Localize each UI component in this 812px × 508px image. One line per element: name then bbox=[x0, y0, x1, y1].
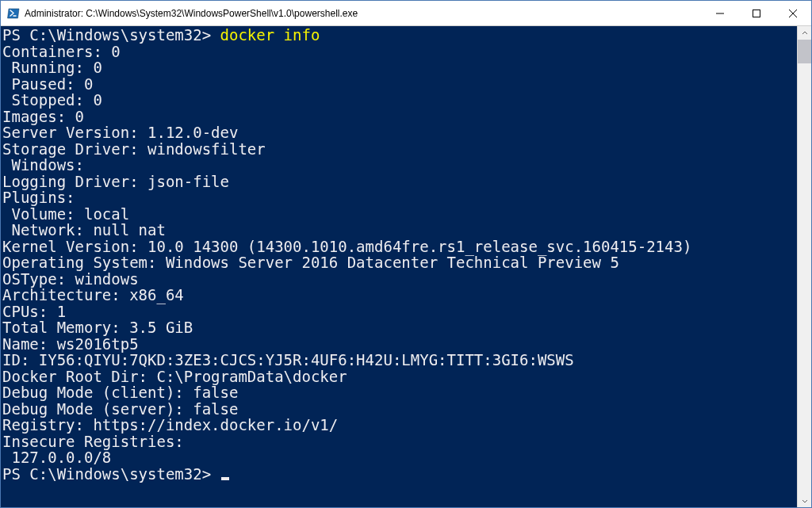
output-line: Name: ws2016tp5 bbox=[2, 335, 139, 353]
scrollbar-track[interactable] bbox=[798, 40, 811, 494]
scroll-down-button[interactable] bbox=[798, 494, 811, 507]
scrollbar[interactable] bbox=[797, 26, 811, 507]
terminal-area: PS C:\Windows\system32> docker info Cont… bbox=[1, 26, 811, 507]
window-title: Administrator: C:\Windows\System32\Windo… bbox=[25, 8, 702, 19]
cursor bbox=[221, 477, 229, 480]
output-line: Architecture: x86_64 bbox=[2, 286, 184, 304]
output-line: 127.0.0.0/8 bbox=[2, 449, 111, 466]
window-controls bbox=[702, 1, 811, 25]
output-line: Stopped: 0 bbox=[2, 91, 102, 109]
output-line: Paused: 0 bbox=[2, 75, 93, 93]
powershell-icon bbox=[7, 7, 20, 20]
maximize-icon bbox=[753, 10, 760, 17]
chevron-up-icon bbox=[802, 30, 808, 36]
output-line: Kernel Version: 10.0 14300 (14300.1010.a… bbox=[2, 238, 691, 255]
output-line: Logging Driver: json-file bbox=[2, 173, 229, 190]
svg-rect-1 bbox=[753, 10, 760, 17]
scrollbar-thumb[interactable] bbox=[798, 40, 811, 63]
output-line: OSType: windows bbox=[2, 270, 139, 288]
output-line: Running: 0 bbox=[2, 59, 102, 76]
chevron-down-icon bbox=[802, 498, 808, 504]
output-line: Server Version: 1.12.0-dev bbox=[2, 124, 238, 141]
output-line: Plugins: bbox=[2, 189, 75, 206]
output-line: CPUs: 1 bbox=[2, 303, 66, 320]
minimize-button[interactable] bbox=[702, 1, 738, 25]
close-icon bbox=[789, 10, 797, 17]
terminal[interactable]: PS C:\Windows\system32> docker info Cont… bbox=[1, 26, 797, 507]
output-line: Network: null nat bbox=[2, 221, 166, 239]
close-button[interactable] bbox=[775, 1, 811, 25]
prompt-line: PS C:\Windows\system32> bbox=[2, 26, 220, 44]
powershell-window: Administrator: C:\Windows\System32\Windo… bbox=[0, 0, 812, 508]
scroll-up-button[interactable] bbox=[798, 26, 811, 40]
output-line: Registry: https://index.docker.io/v1/ bbox=[2, 416, 338, 434]
prompt-line: PS C:\Windows\system32> bbox=[2, 465, 220, 483]
maximize-button[interactable] bbox=[738, 1, 775, 25]
output-line: Insecure Registries: bbox=[2, 433, 184, 450]
output-line: Debug Mode (server): false bbox=[2, 400, 238, 418]
output-line: Operating System: Windows Server 2016 Da… bbox=[2, 254, 619, 271]
powershell-icon-svg bbox=[7, 7, 20, 20]
output-line: ID: IY56:QIYU:7QKD:3ZE3:CJCS:YJ5R:4UF6:H… bbox=[2, 351, 574, 369]
output-line: Docker Root Dir: C:\ProgramData\docker bbox=[2, 368, 347, 385]
output-line: Containers: 0 bbox=[2, 43, 121, 60]
titlebar[interactable]: Administrator: C:\Windows\System32\Windo… bbox=[1, 1, 811, 26]
output-line: Total Memory: 3.5 GiB bbox=[2, 319, 193, 336]
minimize-icon bbox=[716, 10, 724, 17]
output-line: Debug Mode (client): false bbox=[2, 384, 238, 401]
output-line: Windows: bbox=[2, 156, 84, 174]
output-line: Images: 0 bbox=[2, 108, 84, 125]
output-line: Storage Driver: windowsfilter bbox=[2, 140, 266, 158]
command-text: docker info bbox=[220, 26, 320, 44]
output-line: Volume: local bbox=[2, 205, 129, 223]
